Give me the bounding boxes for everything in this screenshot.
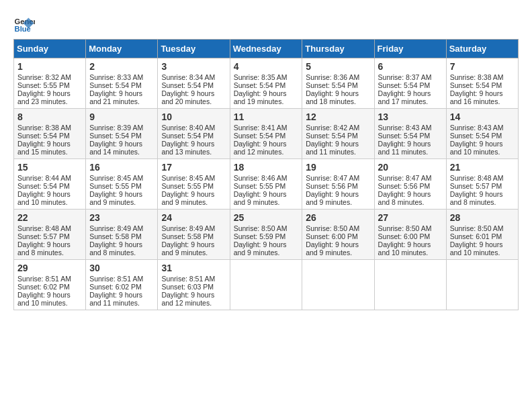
sunset-label: Sunset: 5:54 PM	[378, 81, 431, 89]
sunrise-label: Sunrise: 8:50 AM	[450, 224, 504, 232]
day-header-saturday: Saturday	[446, 40, 518, 58]
daylight-label: Daylight: 9 hours and 9 minutes.	[306, 240, 359, 257]
day-number: 10	[161, 111, 226, 122]
calendar-cell: 31 Sunrise: 8:51 AM Sunset: 6:03 PM Dayl…	[158, 260, 230, 310]
calendar-cell	[230, 260, 302, 310]
sunset-label: Sunset: 5:54 PM	[378, 132, 431, 140]
calendar-cell: 14 Sunrise: 8:43 AM Sunset: 5:54 PM Dayl…	[446, 109, 518, 159]
calendar-cell: 19 Sunrise: 8:47 AM Sunset: 5:56 PM Dayl…	[302, 159, 374, 210]
daylight-label: Daylight: 9 hours and 11 minutes.	[89, 291, 142, 307]
day-number: 23	[89, 212, 154, 223]
calendar-cell: 11 Sunrise: 8:41 AM Sunset: 5:54 PM Dayl…	[230, 109, 302, 159]
day-header-tuesday: Tuesday	[158, 40, 230, 58]
calendar-week-row: 1 Sunrise: 8:32 AM Sunset: 5:55 PM Dayli…	[14, 58, 519, 109]
page-header: General Blue	[13, 13, 519, 35]
daylight-label: Daylight: 9 hours and 14 minutes.	[89, 140, 142, 156]
daylight-label: Daylight: 9 hours and 9 minutes.	[161, 240, 214, 257]
day-header-monday: Monday	[86, 40, 158, 58]
sunset-label: Sunset: 6:00 PM	[306, 232, 358, 240]
sunrise-label: Sunrise: 8:43 AM	[450, 124, 504, 132]
calendar-week-row: 15 Sunrise: 8:44 AM Sunset: 5:54 PM Dayl…	[14, 159, 519, 210]
sunrise-label: Sunrise: 8:48 AM	[450, 174, 504, 182]
calendar-cell: 9 Sunrise: 8:39 AM Sunset: 5:54 PM Dayli…	[86, 109, 158, 159]
daylight-label: Daylight: 9 hours and 11 minutes.	[378, 140, 431, 156]
day-number: 17	[161, 162, 226, 173]
sunrise-label: Sunrise: 8:45 AM	[89, 174, 143, 182]
sunrise-label: Sunrise: 8:51 AM	[161, 275, 215, 283]
daylight-label: Daylight: 9 hours and 10 minutes.	[17, 190, 71, 206]
daylight-label: Daylight: 9 hours and 11 minutes.	[306, 140, 359, 156]
sunrise-label: Sunrise: 8:32 AM	[17, 73, 71, 81]
daylight-label: Daylight: 9 hours and 10 minutes.	[450, 240, 503, 257]
daylight-label: Daylight: 9 hours and 8 minutes.	[17, 240, 71, 257]
daylight-label: Daylight: 9 hours and 23 minutes.	[17, 89, 71, 105]
calendar-cell: 20 Sunrise: 8:47 AM Sunset: 5:56 PM Dayl…	[374, 159, 446, 210]
calendar-cell	[302, 260, 374, 310]
daylight-label: Daylight: 9 hours and 10 minutes.	[450, 140, 503, 156]
sunset-label: Sunset: 5:57 PM	[450, 182, 502, 190]
calendar-week-row: 29 Sunrise: 8:51 AM Sunset: 6:02 PM Dayl…	[14, 260, 519, 310]
sunset-label: Sunset: 5:58 PM	[161, 232, 214, 240]
calendar-cell: 26 Sunrise: 8:50 AM Sunset: 6:00 PM Dayl…	[302, 210, 374, 260]
sunrise-label: Sunrise: 8:42 AM	[306, 124, 359, 132]
daylight-label: Daylight: 9 hours and 8 minutes.	[89, 240, 142, 257]
day-number: 5	[306, 61, 370, 72]
day-number: 19	[306, 162, 370, 173]
daylight-label: Daylight: 9 hours and 18 minutes.	[306, 89, 359, 105]
sunset-label: Sunset: 6:01 PM	[450, 232, 502, 240]
sunrise-label: Sunrise: 8:33 AM	[89, 73, 143, 81]
calendar-week-row: 8 Sunrise: 8:38 AM Sunset: 5:54 PM Dayli…	[14, 109, 519, 159]
day-number: 24	[161, 212, 226, 223]
sunset-label: Sunset: 5:54 PM	[89, 81, 142, 89]
day-number: 7	[450, 61, 515, 72]
sunrise-label: Sunrise: 8:43 AM	[378, 124, 432, 132]
day-number: 31	[161, 263, 226, 273]
daylight-label: Daylight: 9 hours and 8 minutes.	[378, 190, 431, 206]
calendar-cell: 27 Sunrise: 8:50 AM Sunset: 6:00 PM Dayl…	[374, 210, 446, 260]
day-number: 3	[161, 61, 226, 72]
sunset-label: Sunset: 6:02 PM	[17, 283, 70, 291]
day-header-thursday: Thursday	[302, 40, 374, 58]
sunset-label: Sunset: 5:54 PM	[306, 132, 358, 140]
sunset-label: Sunset: 5:54 PM	[450, 81, 502, 89]
sunrise-label: Sunrise: 8:50 AM	[234, 224, 287, 232]
day-number: 15	[17, 162, 82, 173]
daylight-label: Daylight: 9 hours and 15 minutes.	[17, 140, 71, 156]
calendar-cell: 1 Sunrise: 8:32 AM Sunset: 5:55 PM Dayli…	[14, 58, 86, 109]
sunset-label: Sunset: 5:54 PM	[17, 182, 70, 190]
sunset-label: Sunset: 5:56 PM	[306, 182, 358, 190]
daylight-label: Daylight: 9 hours and 10 minutes.	[17, 291, 71, 307]
day-number: 22	[17, 212, 82, 223]
sunrise-label: Sunrise: 8:41 AM	[234, 124, 287, 132]
sunrise-label: Sunrise: 8:39 AM	[89, 124, 143, 132]
sunset-label: Sunset: 5:57 PM	[17, 232, 70, 240]
sunset-label: Sunset: 5:54 PM	[17, 132, 70, 140]
daylight-label: Daylight: 9 hours and 19 minutes.	[234, 89, 287, 105]
sunset-label: Sunset: 6:00 PM	[378, 232, 431, 240]
day-number: 2	[89, 61, 154, 72]
calendar-cell: 23 Sunrise: 8:49 AM Sunset: 5:58 PM Dayl…	[86, 210, 158, 260]
daylight-label: Daylight: 9 hours and 9 minutes.	[306, 190, 359, 206]
calendar-cell: 8 Sunrise: 8:38 AM Sunset: 5:54 PM Dayli…	[14, 109, 86, 159]
sunrise-label: Sunrise: 8:49 AM	[161, 224, 215, 232]
calendar-cell: 12 Sunrise: 8:42 AM Sunset: 5:54 PM Dayl…	[302, 109, 374, 159]
day-number: 21	[450, 162, 515, 173]
sunrise-label: Sunrise: 8:40 AM	[161, 124, 215, 132]
day-number: 8	[17, 111, 82, 122]
sunset-label: Sunset: 5:54 PM	[306, 81, 358, 89]
day-number: 14	[450, 111, 515, 122]
day-number: 30	[89, 263, 154, 273]
calendar-cell: 10 Sunrise: 8:40 AM Sunset: 5:54 PM Dayl…	[158, 109, 230, 159]
daylight-label: Daylight: 9 hours and 9 minutes.	[161, 190, 214, 206]
sunrise-label: Sunrise: 8:34 AM	[161, 73, 215, 81]
daylight-label: Daylight: 9 hours and 12 minutes.	[161, 291, 214, 307]
calendar-cell: 29 Sunrise: 8:51 AM Sunset: 6:02 PM Dayl…	[14, 260, 86, 310]
day-number: 16	[89, 162, 154, 173]
sunset-label: Sunset: 5:55 PM	[17, 81, 70, 89]
day-number: 4	[234, 61, 299, 72]
sunset-label: Sunset: 5:54 PM	[450, 132, 502, 140]
calendar-cell: 16 Sunrise: 8:45 AM Sunset: 5:55 PM Dayl…	[86, 159, 158, 210]
sunrise-label: Sunrise: 8:50 AM	[378, 224, 432, 232]
sunrise-label: Sunrise: 8:47 AM	[378, 174, 432, 182]
daylight-label: Daylight: 9 hours and 10 minutes.	[378, 240, 431, 257]
